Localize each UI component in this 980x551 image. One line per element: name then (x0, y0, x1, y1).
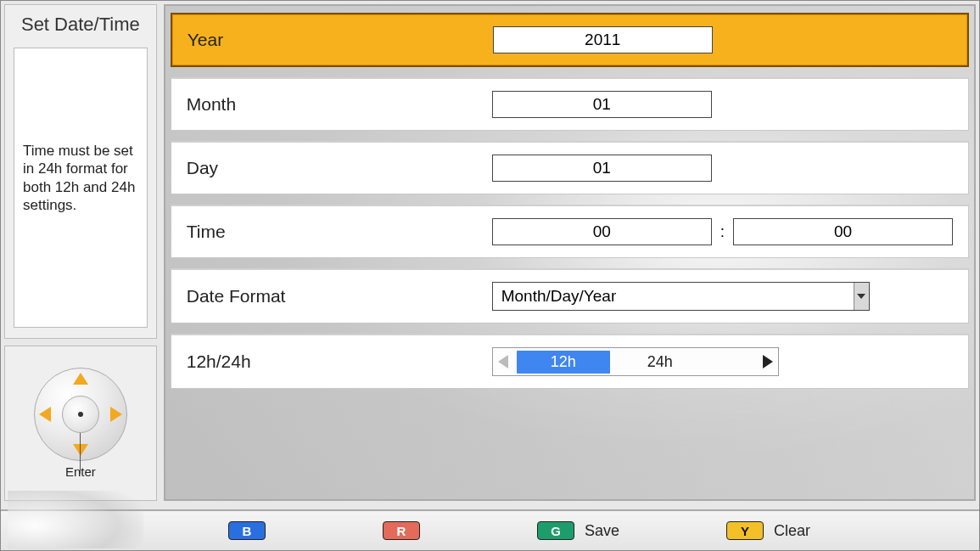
settings-rows: Year Month Day (165, 13, 974, 389)
row-date-format[interactable]: Date Format Month/Day/Year (171, 268, 969, 323)
help-text: Time must be set in 24h format for both … (14, 48, 148, 328)
key-badge-y: Y (726, 521, 764, 540)
year-input[interactable] (493, 26, 713, 53)
sidebar-card: Set Date/Time Time must be set in 24h fo… (4, 4, 157, 339)
date-format-label: Date Format (187, 286, 492, 306)
triangle-left-icon[interactable] (498, 355, 508, 368)
svg-marker-0 (857, 294, 865, 299)
month-label: Month (187, 94, 492, 115)
chevron-down-icon[interactable] (854, 283, 869, 310)
time-hour-input[interactable] (492, 218, 712, 245)
date-format-value: Month/Day/Year (493, 287, 854, 306)
key-badge-b: B (228, 521, 266, 540)
page-title: Set Date/Time (5, 5, 156, 42)
year-label: Year (188, 30, 493, 50)
settings-screen: Set Date/Time Time must be set in 24h fo… (0, 0, 980, 551)
arrow-left-icon[interactable] (39, 407, 51, 422)
dpad-pointer-line (80, 433, 81, 474)
hotkey-bar: B R G Save Y Clear (1, 509, 979, 550)
hotkey-r[interactable]: R (383, 521, 430, 540)
left-column: Set Date/Time Time must be set in 24h fo… (4, 4, 157, 501)
day-label: Day (187, 158, 492, 178)
dpad-enter-button[interactable] (62, 396, 99, 433)
row-month[interactable]: Month (171, 77, 969, 131)
date-format-select[interactable]: Month/Day/Year (492, 282, 870, 311)
hotkey-b[interactable]: B (228, 521, 276, 540)
dpad[interactable] (34, 368, 127, 461)
clock-mode-option-12h[interactable]: 12h (517, 351, 610, 374)
hotkey-y[interactable]: Y Clear (726, 521, 810, 540)
hotkey-g[interactable]: G Save (537, 521, 619, 540)
clock-mode-label: 12h/24h (187, 351, 492, 372)
row-clock-mode[interactable]: 12h/24h 12h 24h (171, 334, 969, 389)
month-input[interactable] (492, 91, 712, 118)
key-badge-r: R (383, 521, 420, 540)
arrow-right-icon[interactable] (110, 407, 122, 422)
day-input[interactable] (492, 155, 712, 182)
hotkey-g-label: Save (585, 522, 619, 540)
row-time[interactable]: Time : (171, 205, 969, 258)
clock-mode-option-24h[interactable]: 24h (613, 351, 707, 374)
row-day[interactable]: Day (171, 141, 969, 194)
dpad-center-dot-icon (78, 412, 83, 417)
hotkey-y-label: Clear (774, 522, 810, 540)
dpad-card: Enter (4, 346, 157, 501)
arrow-up-icon[interactable] (73, 373, 88, 385)
time-minute-input[interactable] (733, 218, 953, 245)
triangle-right-icon[interactable] (763, 355, 773, 368)
main-panel: Year Month Day (164, 4, 976, 501)
clock-mode-toggle[interactable]: 12h 24h (492, 347, 779, 376)
time-label: Time (187, 222, 492, 242)
time-separator: : (712, 222, 733, 241)
row-year[interactable]: Year (171, 13, 969, 67)
top-region: Set Date/Time Time must be set in 24h fo… (1, 1, 979, 504)
key-badge-g: G (537, 521, 574, 540)
